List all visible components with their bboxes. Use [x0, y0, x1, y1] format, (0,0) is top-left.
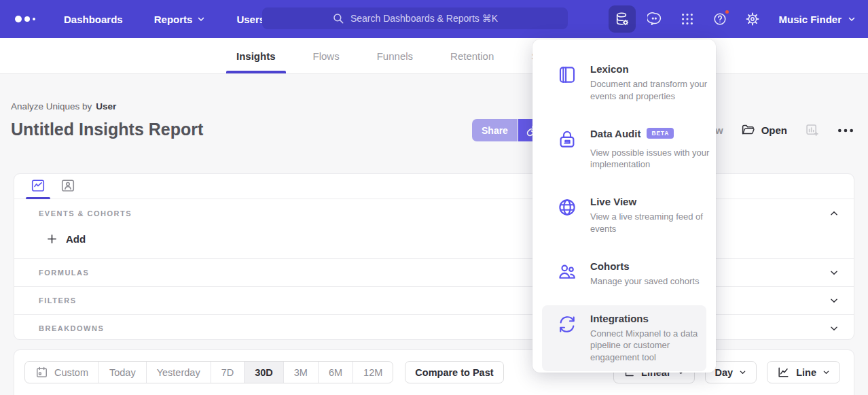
date-range-7d[interactable]: 7D	[211, 362, 245, 383]
help-button[interactable]	[706, 5, 734, 33]
cohorts-people-icon	[557, 260, 577, 288]
tab-funnels[interactable]: Funnels	[375, 38, 415, 73]
nav-item-label: Dashboards	[64, 14, 123, 25]
date-controls-row: Custom Today Yesterday 7D 30D 3M 6M 12M …	[14, 350, 854, 383]
integrations-sync-icon	[557, 313, 577, 364]
menu-item-title: Live View	[590, 196, 636, 207]
menu-item-title: Lexicon	[590, 63, 629, 75]
breadcrumb-prefix: Analyze Uniques by	[11, 101, 92, 111]
tab-retention[interactable]: Retention	[448, 38, 496, 73]
line-chart-icon	[777, 366, 790, 379]
section-events-cohorts[interactable]: EVENTS & COHORTS	[14, 199, 854, 228]
chevron-up-icon[interactable]	[829, 209, 839, 218]
menu-item-title: Integrations	[590, 313, 649, 324]
project-selector[interactable]: Music Finder	[778, 14, 856, 25]
section-label: BREAKDOWNS	[39, 324, 104, 332]
menu-item-integrations[interactable]: Integrations Connect Mixpanel to a data …	[542, 305, 706, 371]
active-tab-underline	[226, 71, 286, 73]
nav-item-reports[interactable]: Reports	[145, 0, 215, 38]
apps-grid-button[interactable]	[674, 5, 701, 33]
ellipsis-icon	[837, 127, 854, 134]
tab-flows[interactable]: Flows	[311, 38, 342, 73]
nav-actions: Music Finder	[609, 0, 868, 38]
chart-type-dropdown[interactable]: Line	[767, 361, 840, 383]
section-label: FORMULAS	[39, 269, 89, 277]
page-title[interactable]: Untitled Insights Report	[11, 120, 203, 139]
chevron-down-icon	[848, 15, 856, 23]
beta-badge: BETA	[647, 128, 674, 139]
add-label: Add	[66, 233, 86, 245]
date-range-12m[interactable]: 12M	[352, 362, 393, 383]
search-placeholder: Search Dashboards & Reports ⌘K	[350, 13, 498, 24]
segment-label: 7D	[221, 367, 234, 378]
apps-grid-icon	[680, 12, 695, 27]
folder-icon	[741, 123, 755, 137]
project-name: Music Finder	[778, 14, 842, 25]
chart-controls-card: Custom Today Yesterday 7D 30D 3M 6M 12M …	[14, 349, 854, 395]
search-input[interactable]: Search Dashboards & Reports ⌘K	[262, 7, 568, 29]
compare-to-past-button[interactable]: Compare to Past	[405, 361, 503, 383]
settings-button[interactable]	[739, 5, 766, 33]
messages-icon	[647, 12, 662, 27]
menu-item-description: View a live streaming feed of events	[590, 211, 711, 235]
segment-label: Custom	[54, 367, 88, 378]
menu-item-lexicon[interactable]: Lexicon Document and transform your even…	[542, 56, 706, 110]
date-range-yesterday[interactable]: Yesterday	[146, 362, 211, 383]
data-management-button[interactable]	[609, 5, 636, 33]
settings-gear-icon	[745, 12, 760, 27]
more-options-button[interactable]	[837, 127, 854, 134]
date-range-6m[interactable]: 6M	[318, 362, 352, 383]
section-filters[interactable]: FILTERS	[14, 286, 854, 314]
chevron-down-icon	[739, 368, 746, 376]
section-formulas[interactable]: FORMULAS	[14, 258, 854, 286]
chevron-down-icon	[822, 368, 830, 376]
plus-icon	[46, 233, 58, 245]
section-label: EVENTS & COHORTS	[39, 209, 132, 218]
messages-button[interactable]	[641, 5, 668, 33]
menu-item-description: View possible issues with your implement…	[590, 147, 711, 171]
section-breakdowns[interactable]: BREAKDOWNS	[14, 314, 854, 342]
share-button[interactable]: Share	[472, 119, 518, 141]
menu-item-text: Data Audit BETA View possible issues wit…	[590, 128, 711, 171]
chevron-down-icon	[829, 296, 839, 305]
nav-item-dashboards[interactable]: Dashboards	[54, 0, 132, 38]
add-event-button[interactable]: Add	[14, 228, 854, 258]
add-to-board-icon	[805, 123, 819, 137]
menu-item-text: Live View View a live streaming feed of …	[590, 196, 711, 235]
menu-item-description: Document and transform your events and p…	[590, 78, 711, 103]
date-range-custom[interactable]: Custom	[25, 362, 98, 383]
mixpanel-logo-icon[interactable]	[15, 16, 42, 22]
active-mode-underline	[26, 197, 50, 199]
calendar-icon	[35, 366, 48, 379]
help-notification-dot	[724, 9, 730, 15]
menu-item-text: Cohorts Manage your saved cohorts	[590, 260, 711, 288]
user-profile-tab-icon	[60, 178, 75, 193]
segment-label: Today	[109, 367, 136, 378]
open-report-button[interactable]: Open	[741, 123, 787, 137]
report-toolbar: New Open	[702, 119, 854, 141]
tab-label: Retention	[450, 50, 494, 62]
segment-label: 6M	[329, 367, 342, 378]
tab-profiles-mode[interactable]	[60, 178, 75, 199]
segment-label: 12M	[363, 367, 382, 378]
breadcrumb-entity[interactable]: User	[96, 101, 116, 111]
data-audit-lock-icon	[557, 128, 577, 171]
menu-item-data-audit[interactable]: Data Audit BETA View possible issues wit…	[542, 120, 706, 179]
interval-label: Day	[715, 367, 734, 378]
chevron-down-icon	[829, 324, 839, 333]
menu-item-text: Lexicon Document and transform your even…	[590, 63, 711, 103]
lexicon-book-icon	[557, 63, 577, 103]
menu-item-title: Data Audit	[590, 128, 640, 139]
date-range-30d[interactable]: 30D	[244, 362, 283, 383]
chevron-down-icon	[197, 15, 205, 23]
menu-item-live-view[interactable]: Live View View a live streaming feed of …	[542, 188, 706, 243]
tab-insights[interactable]: Insights	[234, 38, 278, 73]
date-range-3m[interactable]: 3M	[283, 362, 318, 383]
add-to-board-button[interactable]	[805, 123, 819, 137]
tab-events-mode[interactable]	[31, 178, 46, 199]
date-range-today[interactable]: Today	[98, 362, 146, 383]
search-icon	[332, 12, 344, 24]
menu-item-cohorts[interactable]: Cohorts Manage your saved cohorts	[542, 253, 706, 295]
nav-item-label: Reports	[154, 14, 193, 25]
menu-item-description: Connect Mixpanel to a data pipeline or c…	[590, 328, 711, 364]
